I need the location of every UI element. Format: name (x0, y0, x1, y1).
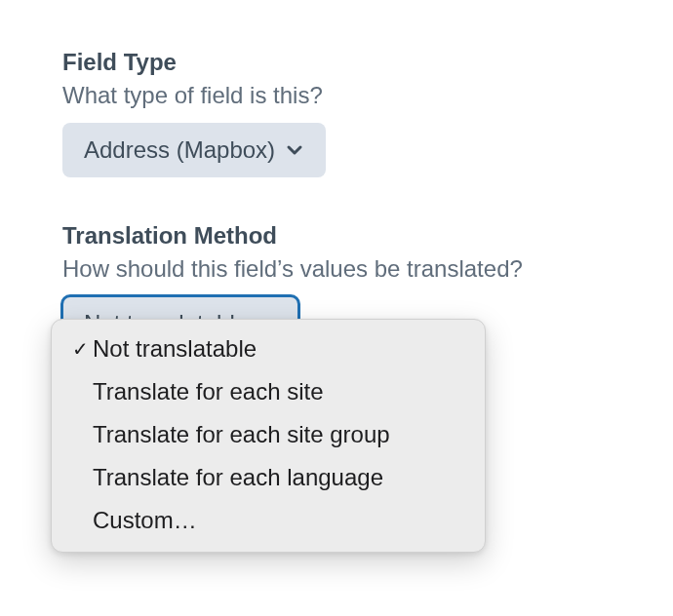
dropdown-item-label: Translate for each language (93, 464, 467, 491)
dropdown-item-label: Not translatable (93, 335, 467, 363)
dropdown-item-label: Translate for each site group (93, 421, 467, 448)
field-type-select[interactable]: Address (Mapbox) (62, 123, 326, 177)
dropdown-item[interactable]: ✓ Not translatable (52, 327, 485, 370)
field-type-label: Field Type (62, 49, 611, 76)
field-type-hint: What type of field is this? (62, 82, 611, 109)
check-icon: ✓ (67, 339, 93, 359)
field-type-section: Field Type What type of field is this? A… (62, 49, 611, 177)
dropdown-item[interactable]: Translate for each site (52, 370, 485, 413)
translation-method-dropdown: ✓ Not translatable Translate for each si… (51, 319, 486, 553)
dropdown-item[interactable]: Translate for each site group (52, 413, 485, 456)
translation-method-hint: How should this field’s values be transl… (62, 255, 611, 283)
dropdown-item[interactable]: Translate for each language (52, 456, 485, 499)
dropdown-item-label: Custom… (93, 507, 467, 534)
chevron-down-icon (285, 140, 304, 160)
dropdown-item[interactable]: Custom… (52, 499, 485, 542)
field-type-value: Address (Mapbox) (84, 136, 275, 164)
translation-method-label: Translation Method (62, 222, 611, 250)
translation-method-section: Translation Method How should this field… (62, 222, 611, 351)
dropdown-item-label: Translate for each site (93, 378, 467, 405)
